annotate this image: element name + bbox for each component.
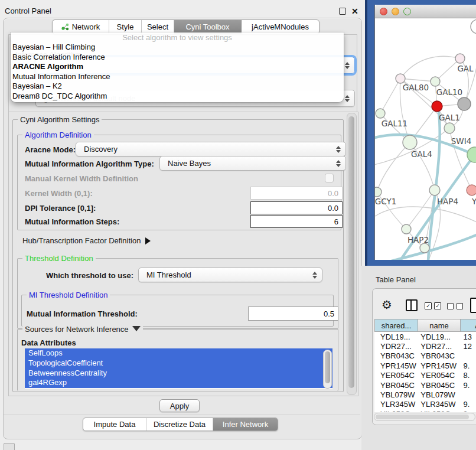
minimize-window-icon[interactable] <box>392 8 399 15</box>
network-node[interactable] <box>467 185 476 195</box>
tab-infer-network[interactable]: Infer Network <box>213 418 278 431</box>
algorithm-option[interactable]: Bayesian – Hill Climbing <box>11 43 344 53</box>
new-table-icon[interactable] <box>470 298 476 313</box>
network-node[interactable] <box>431 77 440 86</box>
table-row[interactable]: YDR27...YDR27...12 <box>374 341 476 351</box>
mi-type-select[interactable]: Naive Bayes <box>159 156 346 171</box>
table-header: shared... name A <box>374 319 476 332</box>
network-node[interactable] <box>376 109 385 118</box>
select-all-checks-icon[interactable]: ✓ ✓ <box>425 302 441 309</box>
data-attributes-list[interactable]: SelfLoopsTopologicalCoefficientBetweenne… <box>25 348 332 389</box>
network-node[interactable] <box>396 74 405 83</box>
dpi-tolerance-label: DPI Tolerance [0,1]: <box>25 204 96 213</box>
network-node[interactable] <box>432 101 442 112</box>
table-row[interactable]: YBR045CYBR045C9. <box>374 380 476 390</box>
network-node[interactable] <box>429 185 440 195</box>
float-panel-icon[interactable] <box>339 8 346 15</box>
network-node-label: GAL <box>457 64 474 73</box>
network-node[interactable] <box>467 147 476 162</box>
tab-select[interactable]: Select <box>142 20 174 34</box>
column-header-name[interactable]: name <box>418 319 461 332</box>
network-window-titlebar[interactable] <box>375 5 476 18</box>
tab-label: Select <box>147 22 168 31</box>
collapsed-panel-icon[interactable] <box>4 443 15 450</box>
table-hscrollbar[interactable] <box>374 413 475 421</box>
mi-type-label: Mutual Information Algorithm Type: <box>25 159 154 168</box>
table-body: YDL19...YDL19...13YDR27...YDR27...12YBR0… <box>374 332 476 412</box>
network-node-label: Y <box>471 197 476 206</box>
table-row[interactable]: YPR145WYPR145W9. <box>374 361 476 370</box>
hub-definition-expander[interactable]: Hub/Transcription Factor Definition <box>22 236 151 245</box>
tab-network[interactable]: Network <box>53 20 109 34</box>
tab-impute-data[interactable]: Impute Data <box>83 418 146 431</box>
table-row[interactable]: YIL052CYIL052C9. <box>374 409 476 412</box>
settings-scrollbar-thumb[interactable] <box>348 116 354 388</box>
algorithm-option[interactable]: Bayesian – K2 <box>11 81 344 92</box>
gear-icon[interactable]: ⚙ <box>382 298 392 312</box>
tab-label: Infer Network <box>223 420 268 429</box>
tab-cyni-toolbox[interactable]: Cyni Toolbox <box>174 20 242 34</box>
network-node[interactable] <box>471 19 476 34</box>
manual-kernel-label: Manual Kernel Width Definition <box>25 174 138 183</box>
network-edge[interactable] <box>400 56 460 79</box>
mi-steps-value: 6 <box>334 217 338 226</box>
network-node[interactable] <box>402 224 411 234</box>
network-edge[interactable] <box>400 79 435 81</box>
which-threshold-select[interactable]: MI Threshold <box>138 268 322 282</box>
network-node[interactable] <box>444 123 455 133</box>
tab-label: Style <box>117 22 134 31</box>
dpi-tolerance-field[interactable]: 0.0 <box>250 201 343 214</box>
tab-discretize-data[interactable]: Discretize Data <box>146 418 213 431</box>
sources-title[interactable]: Sources for Network Inference <box>22 325 143 334</box>
sources-title-label: Sources for Network Inference <box>25 325 129 334</box>
table-row[interactable]: YBL079WYBL079W <box>374 390 476 399</box>
table-row[interactable]: YDL19...YDL19...13 <box>374 332 476 341</box>
tab-label: jActiveMNodules <box>252 22 309 31</box>
table-row[interactable]: YER054CYER054C8. <box>374 371 476 380</box>
column-header-shared[interactable]: shared... <box>374 319 418 332</box>
table-row[interactable]: YBR043CYBR043C <box>374 351 476 361</box>
algorithm-option[interactable]: Basic Correlation Inference <box>11 53 344 63</box>
table-cell: 12 <box>459 342 476 351</box>
mi-steps-field[interactable]: 6 <box>250 215 343 228</box>
settings-scrollbar[interactable] <box>347 113 357 395</box>
column-header-extra[interactable]: A <box>461 319 476 332</box>
network-node[interactable] <box>420 243 429 253</box>
close-panel-icon[interactable]: ✕ <box>351 7 358 15</box>
network-node[interactable] <box>458 97 471 110</box>
unselect-boxes-icon[interactable] <box>447 303 463 309</box>
algorithm-option[interactable]: Dream8 DC_TDC Algorithm <box>11 92 344 102</box>
kernel-width-field[interactable]: 0.0 <box>250 187 343 200</box>
manual-kernel-checkbox[interactable] <box>325 174 334 182</box>
zoom-window-icon[interactable] <box>403 8 411 15</box>
attributes-scrollbar[interactable] <box>323 350 332 389</box>
close-window-icon[interactable] <box>380 8 387 15</box>
data-attribute-item[interactable]: TopologicalCoefficient <box>25 358 332 369</box>
network-edge[interactable] <box>380 79 400 113</box>
network-node[interactable] <box>455 54 465 63</box>
mi-threshold-field[interactable]: 0.5 <box>248 306 338 321</box>
split-columns-icon[interactable] <box>406 299 418 311</box>
aracne-mode-select[interactable]: Discovery <box>76 142 346 156</box>
bottom-tabs: Impute Data Discretize Data Infer Networ… <box>83 418 278 431</box>
apply-button[interactable]: Apply <box>159 399 200 412</box>
data-attribute-item[interactable]: SelfLoops <box>25 348 332 358</box>
network-canvas[interactable]: GALGAL80GAL10GAL1GAL11SWI4GAL4GCY1HAP4YH… <box>375 18 476 260</box>
tab-label: Cyni Toolbox <box>185 22 229 31</box>
network-node[interactable] <box>375 187 382 197</box>
data-attribute-item[interactable]: gal4RGexp <box>25 378 332 388</box>
combo-arrows-icon <box>345 95 350 102</box>
table-cell: YLR345W <box>417 400 458 409</box>
network-edge[interactable] <box>375 207 476 223</box>
data-attribute-item[interactable]: BetweennessCentrality <box>25 369 332 379</box>
table-cell: 13 <box>459 332 476 341</box>
tab-jactivemnodules[interactable]: jActiveMNodules <box>242 20 319 34</box>
network-edge[interactable] <box>377 142 410 192</box>
attributes-scrollbar-thumb[interactable] <box>325 351 330 383</box>
algorithm-option[interactable]: ARACNE Algorithm <box>11 62 344 72</box>
tab-style[interactable]: Style <box>109 20 142 34</box>
table-row[interactable]: YLR345WYLR345W9. <box>374 400 476 409</box>
table-hscrollbar-thumb[interactable] <box>376 415 469 419</box>
algorithm-option[interactable]: Mutual Information Inference <box>11 72 344 82</box>
network-node[interactable] <box>403 135 417 149</box>
